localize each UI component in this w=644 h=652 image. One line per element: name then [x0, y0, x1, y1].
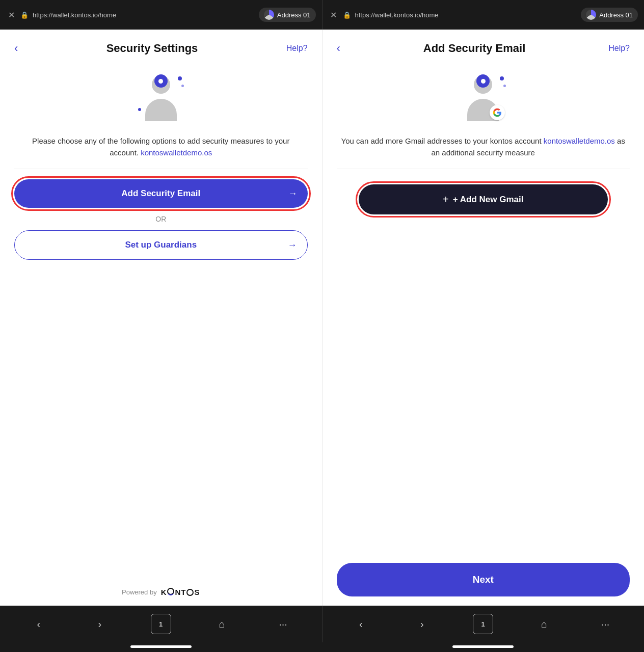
left-footer: Powered by K NT S: [14, 578, 308, 606]
right-footer: Next: [337, 553, 630, 606]
left-close-button[interactable]: ✕: [6, 10, 16, 20]
setup-guardians-arrow: →: [288, 240, 297, 251]
right-home-indicator: [322, 642, 644, 652]
dot-decoration-3: [138, 108, 141, 111]
bottom-bars: ‹ › 1 ⌂ ··· ‹ › 1 ⌂ ···: [0, 606, 644, 642]
left-nav-home[interactable]: ⌂: [212, 614, 232, 634]
right-description-text-1: You can add more Gmail addresses to your…: [341, 137, 542, 145]
browser-bars: ✕ 🔒 https://wallet.kontos.io/home Addres…: [0, 0, 644, 30]
google-badge: [490, 105, 505, 120]
right-nav-tab[interactable]: 1: [473, 614, 493, 634]
shield-dot: [158, 79, 163, 84]
kontos-brand: K NT S: [161, 588, 200, 596]
right-browser-bar: ✕ 🔒 https://wallet.kontos.io/home Addres…: [323, 0, 645, 30]
shield-icon: [154, 74, 168, 88]
left-nav-tab[interactable]: 1: [151, 614, 171, 634]
kontos-o-letter: [167, 588, 174, 595]
add-security-email-arrow: →: [288, 188, 298, 199]
main-area: ‹ Security Settings Help? Please choose …: [0, 30, 644, 606]
right-account-link[interactable]: kontoswalletdemo.os: [544, 137, 615, 145]
right-illustration: [337, 65, 630, 135]
left-help-link[interactable]: Help?: [286, 44, 308, 53]
kontos-brand-o: [167, 588, 175, 596]
left-lock-icon: 🔒: [20, 11, 29, 19]
dot-decoration-2: [181, 85, 184, 87]
right-panel: ‹ Add Security Email Help?: [323, 30, 645, 606]
home-indicators: [0, 642, 644, 652]
right-close-button[interactable]: ✕: [329, 10, 339, 20]
right-shield-icon: [476, 74, 490, 88]
or-separator: OR: [14, 215, 308, 223]
kontos-arc: [168, 592, 174, 595]
right-dot-2: [503, 85, 506, 87]
left-description: Please choose any of the following optio…: [14, 135, 308, 169]
kontos-brand-text: K: [161, 588, 167, 596]
left-divider: [14, 169, 308, 169]
left-address-label: Address 01: [277, 11, 311, 19]
right-description: You can add more Gmail addresses to your…: [337, 135, 630, 169]
left-nav-forward[interactable]: ›: [90, 614, 110, 634]
right-nav-more[interactable]: ···: [595, 614, 615, 634]
right-divider: [337, 169, 630, 169]
avatar-body: [145, 99, 177, 121]
kontos-brand-s: S: [194, 588, 200, 596]
left-panel-title: Security Settings: [106, 42, 198, 55]
right-lock-icon: 🔒: [343, 11, 351, 19]
right-shield-dot: [481, 79, 486, 84]
left-avatar: [138, 75, 184, 121]
left-illustration: [14, 65, 308, 135]
add-new-gmail-button[interactable]: + + Add New Gmail: [359, 184, 608, 214]
left-browser-bar: ✕ 🔒 https://wallet.kontos.io/home Addres…: [0, 0, 323, 30]
right-nav-home[interactable]: ⌂: [534, 614, 554, 634]
left-account-link[interactable]: kontoswalletdemo.os: [141, 148, 212, 157]
right-help-link[interactable]: Help?: [608, 44, 630, 53]
next-button[interactable]: Next: [337, 563, 630, 596]
left-home-indicator-bar: [130, 645, 192, 648]
right-nav-back[interactable]: ‹: [351, 614, 371, 634]
left-nav-back[interactable]: ‹: [29, 614, 49, 634]
add-new-gmail-label: + Add New Gmail: [453, 195, 524, 205]
left-back-button[interactable]: ‹: [14, 42, 18, 55]
right-panel-title: Add Security Email: [423, 42, 526, 55]
left-url: https://wallet.kontos.io/home: [33, 11, 255, 19]
right-url: https://wallet.kontos.io/home: [355, 11, 577, 19]
kontos-brand-rest: NT: [175, 588, 186, 596]
right-nav-forward[interactable]: ›: [412, 614, 432, 634]
right-panel-header: ‹ Add Security Email Help?: [337, 30, 630, 65]
plus-icon: +: [443, 194, 449, 205]
google-g-icon: [493, 108, 502, 117]
powered-by-text: Powered by: [122, 588, 157, 596]
add-security-email-button[interactable]: Add Security Email →: [14, 179, 308, 208]
right-back-button[interactable]: ‹: [337, 42, 340, 55]
right-address-label: Address 01: [599, 11, 633, 19]
kontos-second-o: [186, 589, 194, 596]
left-kontos-logo: [264, 10, 274, 20]
dot-decoration-1: [178, 76, 182, 80]
add-security-email-label: Add Security Email: [121, 188, 200, 199]
left-address-badge[interactable]: Address 01: [259, 8, 316, 22]
left-panel-header: ‹ Security Settings Help?: [14, 30, 308, 65]
right-kontos-logo: [586, 10, 596, 20]
right-address-badge[interactable]: Address 01: [581, 8, 638, 22]
left-home-indicator: [0, 642, 322, 652]
setup-guardians-label: Set up Guardians: [125, 240, 197, 250]
setup-guardians-button[interactable]: Set up Guardians →: [14, 230, 308, 260]
right-dot-1: [500, 76, 504, 80]
right-avatar: [460, 75, 506, 121]
left-panel: ‹ Security Settings Help? Please choose …: [0, 30, 323, 606]
right-bottom-nav: ‹ › 1 ⌂ ···: [323, 606, 645, 642]
right-home-indicator-bar: [452, 645, 514, 648]
left-bottom-nav: ‹ › 1 ⌂ ···: [0, 606, 323, 642]
left-nav-more[interactable]: ···: [273, 614, 293, 634]
